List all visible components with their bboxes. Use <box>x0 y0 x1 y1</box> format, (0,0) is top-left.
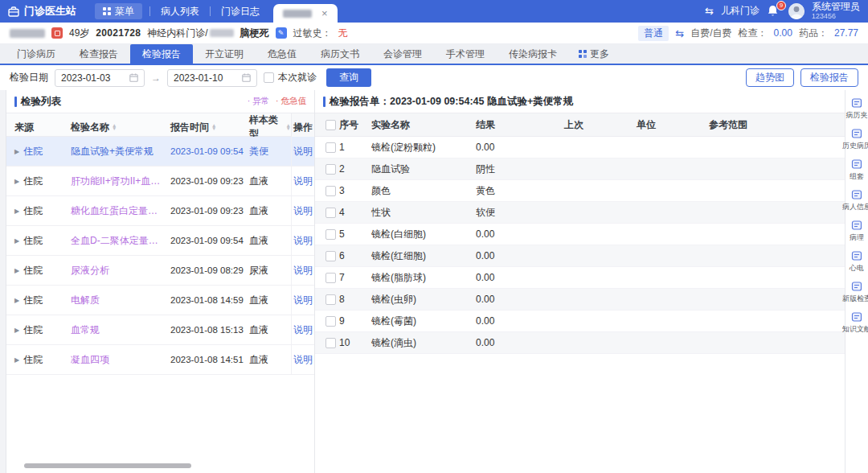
caret-right-icon[interactable]: ▶ <box>14 148 19 155</box>
explain-link[interactable]: 说明 <box>291 226 314 255</box>
caret-right-icon[interactable]: ▶ <box>14 356 19 364</box>
test-name-link[interactable]: 糖化血红蛋白定量测定 <box>71 204 170 218</box>
nav-patient-list[interactable]: 病人列表 <box>158 5 203 19</box>
switch-clinic-icon[interactable]: ⇆ <box>705 5 714 17</box>
function-tab[interactable]: 检验报告 <box>130 44 193 64</box>
test-list-row[interactable]: ▶ 住院 全血D-二聚体定量测定(D-... 2023-01-09 09:54 … <box>6 226 314 256</box>
caret-right-icon[interactable]: ▶ <box>14 208 19 215</box>
report-row[interactable]: 7 镜检(脂肪球) 0.00 <box>315 267 845 289</box>
report-row[interactable]: 5 镜检(白细胞) 0.00 <box>315 224 845 245</box>
sort-icon[interactable]: ▲▼ <box>112 124 117 131</box>
edit-diagnosis-icon[interactable]: ✎ <box>276 27 287 39</box>
close-icon[interactable]: × <box>321 8 328 19</box>
test-list-row[interactable]: ▶ 住院 血常规 2023-01-08 15:13 血液 说明 <box>6 315 314 345</box>
test-name-link[interactable]: 尿液分析 <box>71 264 170 278</box>
sort-icon[interactable]: ▲▼ <box>211 124 216 131</box>
explain-link[interactable]: 说明 <box>291 345 314 374</box>
function-tab[interactable]: 检查报告 <box>68 44 130 64</box>
row-checkbox[interactable] <box>326 316 336 327</box>
caret-right-icon[interactable]: ▶ <box>14 267 19 274</box>
caret-right-icon[interactable]: ▶ <box>14 327 19 334</box>
clinic-name[interactable]: 儿科门诊 <box>721 4 760 18</box>
sidebar-item[interactable]: 心电 <box>850 250 864 274</box>
col-report-time[interactable]: 报告时间 ▲▼ <box>170 121 249 134</box>
test-list-row[interactable]: ▶ 住院 电解质 2023-01-08 14:59 血液 说明 <box>6 286 314 315</box>
lab-report-button[interactable]: 检验报告 <box>800 68 858 87</box>
trend-chart-button[interactable]: 趋势图 <box>746 68 794 87</box>
notification-bell[interactable]: 9 <box>767 4 781 19</box>
this-visit-filter[interactable]: 本次就诊 <box>264 71 317 84</box>
function-tab[interactable]: 危急值 <box>256 44 309 64</box>
row-checkbox[interactable] <box>326 273 336 283</box>
select-all-checkbox[interactable] <box>326 120 336 130</box>
switch-fee-icon[interactable]: ⇆ <box>675 27 684 39</box>
explain-link[interactable]: 说明 <box>291 286 314 315</box>
row-checkbox[interactable] <box>326 186 336 196</box>
sidebar-item[interactable]: 历史病历 <box>842 128 868 151</box>
report-row[interactable]: 4 性状 软便 <box>315 202 845 224</box>
caret-right-icon[interactable]: ▶ <box>14 178 19 185</box>
active-patient-tab[interactable]: × <box>273 4 338 23</box>
collapsed-left-rail[interactable] <box>0 90 6 473</box>
explain-link[interactable]: 说明 <box>291 196 314 225</box>
function-tab[interactable]: 会诊管理 <box>371 44 434 64</box>
report-row[interactable]: 1 镜检(淀粉颗粒) 0.00 <box>315 137 845 158</box>
test-list-row[interactable]: ▶ 住院 尿液分析 2023-01-09 08:29 尿液 说明 <box>6 256 314 286</box>
test-name-link[interactable]: 全血D-二聚体定量测定(D-... <box>71 234 170 248</box>
test-list-row[interactable]: ▶ 住院 肝功能II+肾功II+血脂血糖... 2023-01-09 09:23… <box>6 167 314 196</box>
item-result: 0.00 <box>476 294 564 305</box>
sidebar-item[interactable]: 知识文献 <box>842 311 868 335</box>
explain-link[interactable]: 说明 <box>291 137 314 166</box>
user-info[interactable]: 系统管理员 123456 <box>812 2 860 20</box>
row-checkbox[interactable] <box>326 229 336 240</box>
sidebar-item-icon <box>851 281 862 292</box>
test-name-link[interactable]: 肝功能II+肾功II+血脂血糖... <box>71 175 170 188</box>
menu-button[interactable]: 菜单 <box>95 3 142 19</box>
row-checkbox[interactable] <box>326 164 336 175</box>
function-tab[interactable]: 开立证明 <box>193 44 256 64</box>
test-name-link[interactable]: 血常规 <box>71 323 170 337</box>
function-tab[interactable]: 手术管理 <box>434 44 497 64</box>
test-list-row[interactable]: ▶ 住院 隐血试验+粪便常规 2023-01-09 09:54 粪便 说明 <box>6 137 314 167</box>
sidebar-item[interactable]: 组套 <box>850 158 864 182</box>
row-checkbox[interactable] <box>326 251 336 261</box>
sidebar-item[interactable]: 病历夹 <box>846 97 868 121</box>
test-name-link[interactable]: 凝血四项 <box>71 353 170 367</box>
report-row[interactable]: 8 镜检(虫卵) 0.00 <box>315 289 845 311</box>
caret-right-icon[interactable]: ▶ <box>14 237 19 245</box>
report-row[interactable]: 6 镜检(红细胞) 0.00 <box>315 245 845 267</box>
function-tab[interactable]: 病历文书 <box>309 44 371 64</box>
nav-clinic-log[interactable]: 门诊日志 <box>218 5 263 19</box>
function-tab[interactable]: 门诊病历 <box>5 44 68 64</box>
date-from-input[interactable]: 2023-01-03 <box>55 69 145 87</box>
more-tabs-button[interactable]: 更多 <box>579 44 609 64</box>
fee-type-badge[interactable]: 普通 <box>638 26 669 41</box>
report-title-row: 检验报告单： 2023-01-09 09:54:45 隐血试验+粪便常规 <box>315 90 845 113</box>
report-row[interactable]: 9 镜检(霉菌) 0.00 <box>315 311 845 332</box>
row-checkbox[interactable] <box>326 142 336 153</box>
explain-link[interactable]: 说明 <box>291 167 314 195</box>
sidebar-item[interactable]: 病理 <box>850 220 864 243</box>
report-row[interactable]: 2 隐血试验 阴性 <box>315 158 845 180</box>
row-checkbox[interactable] <box>326 338 336 348</box>
date-to-input[interactable]: 2023-01-10 <box>167 69 257 87</box>
explain-link[interactable]: 说明 <box>291 315 314 344</box>
avatar[interactable] <box>788 3 805 19</box>
col-test-name[interactable]: 检验名称 ▲▼ <box>71 121 170 134</box>
report-row[interactable]: 3 颜色 黄色 <box>315 180 845 202</box>
test-list-row[interactable]: ▶ 住院 凝血四项 2023-01-08 14:51 血液 说明 <box>6 345 314 375</box>
this-visit-checkbox[interactable] <box>264 72 274 83</box>
sidebar-item[interactable]: 新版检查 <box>842 281 868 304</box>
explain-link[interactable]: 说明 <box>291 256 314 285</box>
horizontal-scrollbar[interactable] <box>24 463 191 468</box>
row-checkbox[interactable] <box>326 294 336 305</box>
caret-right-icon[interactable]: ▶ <box>14 297 19 304</box>
query-button[interactable]: 查询 <box>326 68 371 87</box>
test-list-row[interactable]: ▶ 住院 糖化血红蛋白定量测定 2023-01-09 09:23 血液 说明 <box>6 196 314 226</box>
row-checkbox[interactable] <box>326 208 336 218</box>
function-tab[interactable]: 传染病报卡 <box>497 44 569 64</box>
test-name-link[interactable]: 隐血试验+粪便常规 <box>71 145 170 158</box>
report-row[interactable]: 10 镜检(滴虫) 0.00 <box>315 332 845 354</box>
sidebar-item[interactable]: 病人信息 <box>842 189 868 212</box>
test-name-link[interactable]: 电解质 <box>71 294 170 307</box>
